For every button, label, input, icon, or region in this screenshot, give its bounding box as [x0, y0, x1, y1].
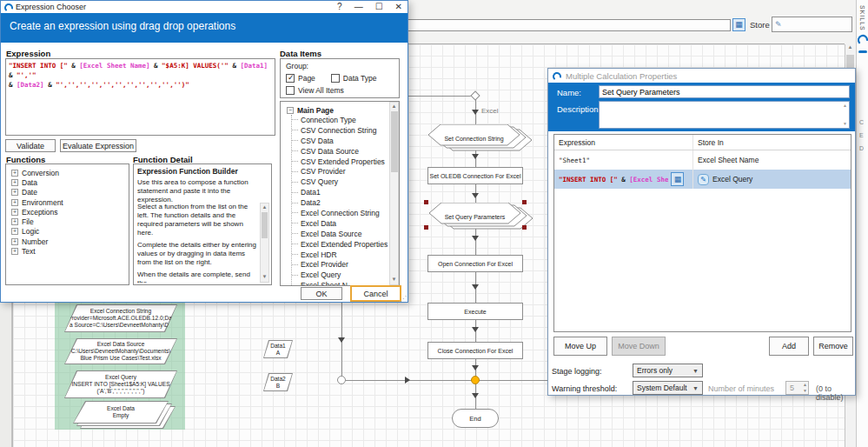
data-type-checkbox[interactable]: Data Type	[331, 74, 377, 83]
minimize-button[interactable]: —	[354, 2, 363, 11]
stage-set-oledb-connection[interactable]: Set OLEDB Connection For Excel	[427, 167, 523, 184]
spinner-arrows-icon[interactable]: ▲▼	[803, 382, 807, 394]
expand-icon[interactable]: +	[11, 179, 18, 186]
stage-open-connection[interactable]: Open Connection For Excel	[427, 255, 523, 272]
validate-button[interactable]: Validate	[5, 139, 56, 152]
tree-item-csv-connection-string[interactable]: CSV Connection String	[292, 125, 399, 136]
help-button[interactable]: ?	[337, 2, 342, 11]
expand-icon[interactable]: +	[11, 248, 18, 255]
scroll-down-icon[interactable]: ▼	[843, 122, 847, 126]
function-group-environment[interactable]: +Environment	[11, 197, 129, 207]
stage-end[interactable]: End	[452, 409, 499, 428]
add-button[interactable]: Add	[769, 337, 809, 356]
function-group-text[interactable]: +Text	[11, 246, 129, 256]
stage-logging-dropdown[interactable]: Errors only ▼	[633, 364, 703, 377]
cancel-button[interactable]: Cancel	[350, 285, 401, 302]
expression-field[interactable]	[401, 19, 731, 31]
expand-icon[interactable]: +	[11, 209, 18, 216]
expand-icon[interactable]: +	[11, 189, 18, 196]
ok-button[interactable]: OK	[301, 287, 342, 300]
tree-scrollbar[interactable]: ▲▼	[389, 102, 399, 285]
skills-tab-label[interactable]: SKILLS	[859, 5, 865, 31]
data-item-excel-query[interactable]: Excel Query INSERT INTO [Sheet1$A5:K] VA…	[64, 370, 177, 398]
function-group-exceptions[interactable]: +Exceptions	[11, 207, 129, 217]
function-group-file[interactable]: +File	[11, 217, 129, 226]
tree-item-excel-query[interactable]: Excel Query	[292, 270, 399, 280]
expression-textbox[interactable]: "INSERT INTO [" & [Excel Sheet Name] & "…	[5, 58, 275, 136]
expand-icon[interactable]: +	[11, 218, 18, 225]
remove-button[interactable]: Remove	[813, 337, 853, 356]
view-all-items-checkbox[interactable]: View All Items	[286, 86, 399, 95]
expand-icon[interactable]: +	[11, 228, 18, 235]
resize-grip[interactable]: ⋰	[400, 295, 407, 303]
data-item-excel-connection-string[interactable]: Excel Connection String Provider=Microso…	[64, 304, 177, 332]
functions-tree[interactable]: +Conversion+Data+Date+Environment+Except…	[5, 163, 129, 285]
calculation-row[interactable]: "INSERT INTO [" & [Excel She▦✎Excel Quer…	[554, 170, 851, 189]
function-group-data[interactable]: +Data	[11, 177, 129, 187]
tree-item-data1[interactable]: Data1	[292, 187, 399, 197]
tree-item-connection-type[interactable]: Connection Type	[292, 115, 399, 125]
warning-threshold-dropdown[interactable]: System Default ▼	[633, 381, 703, 395]
evaluate-expression-button[interactable]: Evaluate Expression	[60, 139, 136, 152]
tree-item-csv-query[interactable]: CSV Query	[292, 177, 399, 187]
store-in-cell[interactable]: ✎Excel Query	[693, 170, 851, 189]
tree-item-csv-data[interactable]: CSV Data	[292, 136, 399, 146]
expression-cell[interactable]: "INSERT INTO [" & [Excel She▦	[554, 170, 693, 189]
expression-editor-button[interactable]: ▦	[732, 18, 745, 31]
stage-close-connection[interactable]: Close Connection For Excel	[427, 342, 523, 359]
scrollbar-thumb[interactable]	[391, 111, 398, 172]
column-header-expression[interactable]: Expression	[554, 135, 693, 150]
function-group-number[interactable]: +Number	[11, 237, 129, 246]
function-group-date[interactable]: +Date	[11, 188, 129, 197]
expand-icon[interactable]: +	[11, 199, 18, 206]
selection-handle[interactable]	[522, 200, 527, 204]
calculation-row[interactable]: "Sheet1"Excel Sheet Name	[554, 150, 851, 170]
calculations-table[interactable]: Expression Store In "Sheet1"Excel Sheet …	[553, 134, 851, 332]
store-in-field[interactable]: ✎	[772, 17, 852, 32]
close-button[interactable]: ✕	[395, 2, 402, 11]
link-junction-dot[interactable]	[471, 376, 480, 384]
function-group-conversion[interactable]: +Conversion	[11, 168, 129, 177]
selection-handle[interactable]	[522, 225, 527, 230]
expression-editor-button[interactable]: ▦	[671, 172, 684, 186]
function-group-logic[interactable]: +Logic	[11, 227, 129, 237]
function-detail-scrollbar[interactable]: ▲▼	[260, 203, 269, 283]
move-up-button[interactable]: Move Up	[553, 337, 607, 356]
data-item-excel-data[interactable]: Excel Data Empty	[73, 401, 169, 424]
dialog-titlebar[interactable]: Expression Chooser ? — ☐ ✕	[1, 1, 407, 13]
collapse-icon[interactable]: −	[287, 107, 294, 114]
page-checkbox[interactable]: Page	[286, 74, 315, 83]
tree-item-csv-provider[interactable]: CSV Provider	[292, 166, 399, 177]
checkbox-checked-icon[interactable]	[286, 74, 295, 83]
data-item-data2[interactable]: Data2 B	[263, 373, 293, 391]
tree-item-excel-provider[interactable]: Excel Provider	[292, 259, 399, 270]
move-down-button[interactable]: Move Down	[612, 337, 666, 356]
stage-set-connection-string[interactable]: Set Connection String	[428, 124, 537, 152]
maximize-button[interactable]: ☐	[375, 2, 383, 11]
selection-handle[interactable]	[424, 225, 428, 230]
tree-item-excel-data-source[interactable]: Excel Data Source	[292, 229, 399, 239]
expand-icon[interactable]: +	[11, 238, 18, 245]
expand-icon[interactable]: +	[11, 170, 18, 177]
tree-item-excel-hdr[interactable]: Excel HDR	[292, 250, 399, 260]
column-header-store-in[interactable]: Store In	[693, 135, 851, 150]
skills-panel-rail[interactable]: SKILLS C E D	[856, 0, 868, 447]
link-node-circle[interactable]	[337, 376, 346, 384]
minutes-spinner[interactable]: 5 ▲▼	[785, 381, 809, 395]
expression-cell[interactable]: "Sheet1"	[554, 150, 693, 170]
store-in-cell[interactable]: Excel Sheet Name	[693, 150, 851, 170]
selection-handle[interactable]	[424, 200, 428, 204]
tree-root-node[interactable]: − Main Page	[281, 102, 399, 115]
checkbox-icon[interactable]	[331, 74, 340, 83]
description-textarea[interactable]: ▲ ▼	[599, 101, 850, 129]
tree-item-excel-data[interactable]: Excel Data	[292, 218, 399, 229]
tree-item-excel-extended-properties[interactable]: Excel Extended Properties	[292, 239, 399, 250]
tree-item-data2[interactable]: Data2	[292, 197, 399, 208]
stage-execute[interactable]: Execute	[427, 303, 523, 320]
tree-item-csv-extended-properties[interactable]: CSV Extended Properties	[292, 157, 399, 167]
name-input[interactable]	[599, 85, 850, 98]
tree-item-csv-data-source[interactable]: CSV Data Source	[292, 146, 399, 157]
tree-item-excel-connection-string[interactable]: Excel Connection String	[292, 208, 399, 218]
data-item-data1[interactable]: Data1 A	[263, 340, 293, 358]
checkbox-icon[interactable]	[286, 86, 295, 95]
